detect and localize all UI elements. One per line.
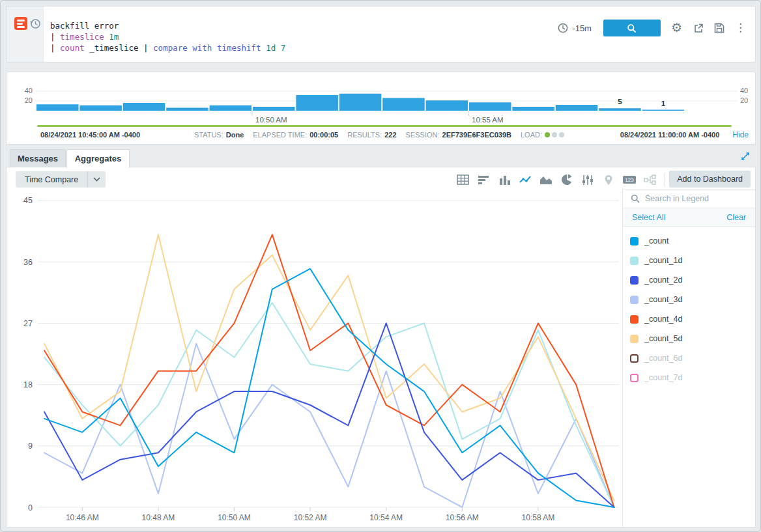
elapsed-label: ELAPSED TIME: — [253, 131, 307, 139]
time-range-button[interactable]: -15m — [558, 23, 592, 33]
legend-swatch[interactable] — [630, 354, 639, 363]
table-view-icon[interactable] — [455, 174, 470, 186]
tab-messages[interactable]: Messages — [10, 149, 66, 167]
svg-text:10:56 AM: 10:56 AM — [446, 513, 479, 522]
kebab-menu-icon[interactable]: ⋮ — [735, 23, 746, 33]
share-icon[interactable] — [693, 23, 704, 34]
sumo-logic-search-window: backfill error| timeslice 1m| count _tim… — [0, 0, 761, 532]
tab-aggregates[interactable]: Aggregates — [66, 149, 130, 168]
legend-select-row: Select All Clear — [623, 208, 755, 227]
svg-text:10:50 AM: 10:50 AM — [218, 513, 251, 522]
svg-text:1: 1 — [661, 100, 666, 107]
search-progress-bar — [37, 125, 732, 127]
chart-type-toolbar: 123 ⚙ — [455, 173, 682, 186]
start-search-button[interactable] — [603, 20, 661, 36]
search-status-bar: 08/24/2021 10:45:00 AM -0400 STATUS: Don… — [40, 129, 749, 141]
results-value: 222 — [384, 131, 396, 139]
hist-ytick-left-40: 40 — [21, 87, 33, 94]
chart-legend-panel: Select All Clear _count_count_1d_count_2… — [622, 189, 755, 527]
svg-text:10:58 AM: 10:58 AM — [522, 513, 555, 522]
legend-item-_count_7d[interactable]: _count_7d — [623, 368, 755, 387]
search-icon — [627, 23, 637, 33]
message-histogram-chart[interactable]: 5110:50 AM10:55 AM — [35, 79, 738, 124]
hist-ytick-right-20: 20 — [740, 96, 752, 104]
legend-items-list: _count_count_1d_count_2d_count_3d_count_… — [623, 227, 755, 387]
box-plot-icon[interactable] — [581, 174, 595, 186]
svg-text:10:50 AM: 10:50 AM — [255, 116, 287, 124]
results-tabs: Messages Aggregates — [6, 148, 756, 167]
legend-item-_count_3d[interactable]: _count_3d — [623, 290, 755, 309]
legend-label: _count_1d — [644, 256, 682, 265]
svg-text:9: 9 — [28, 441, 33, 451]
hide-histogram-link[interactable]: Hide — [732, 130, 749, 139]
legend-item-_count[interactable]: _count — [623, 231, 755, 251]
time-compare-button[interactable]: Time Compare — [16, 171, 106, 188]
legend-search-input[interactable] — [645, 194, 743, 203]
legend-swatch[interactable] — [630, 237, 639, 245]
range-end-time: 08/24/2021 11:00:00 AM -0400 — [620, 131, 719, 139]
line-chart-icon[interactable] — [518, 174, 532, 186]
legend-swatch[interactable] — [630, 335, 639, 343]
column-chart-icon[interactable] — [497, 174, 511, 186]
legend-select-all-link[interactable]: Select All — [632, 213, 665, 222]
legend-item-_count_6d[interactable]: _count_6d — [623, 348, 755, 368]
legend-item-_count_2d[interactable]: _count_2d — [623, 270, 755, 290]
legend-search-row — [623, 189, 755, 208]
time-range-value: -15m — [572, 23, 592, 33]
legend-swatch[interactable] — [630, 257, 639, 265]
flow-diagram-icon[interactable] — [643, 174, 657, 186]
expand-panel-icon[interactable] — [740, 151, 751, 163]
add-to-dashboard-button[interactable]: Add to Dashboard — [669, 171, 751, 188]
svg-text:10:46 AM: 10:46 AM — [66, 513, 99, 522]
legend-swatch[interactable] — [630, 296, 639, 304]
legend-item-_count_1d[interactable]: _count_1d — [623, 251, 755, 270]
query-controls: -15m ⚙ ⋮ — [558, 19, 746, 37]
legend-item-_count_5d[interactable]: _count_5d — [623, 329, 755, 348]
hist-ytick-left-20: 20 — [21, 96, 33, 104]
load-label: LOAD: — [521, 131, 542, 139]
legend-label: _count_3d — [644, 295, 682, 304]
legend-clear-link[interactable]: Clear — [726, 213, 746, 222]
pie-chart-icon[interactable] — [560, 174, 574, 186]
time-compare-label: Time Compare — [16, 175, 87, 184]
bar-chart-icon[interactable] — [476, 174, 491, 186]
legend-label: _count_5d — [644, 334, 682, 343]
area-chart-icon[interactable] — [539, 174, 553, 186]
aggregates-line-chart[interactable]: 091827364510:46 AM10:48 AM10:50 AM10:52 … — [7, 189, 624, 528]
query-line: | timeslice 1m — [50, 31, 285, 42]
legend-item-_count_4d[interactable]: _count_4d — [623, 309, 755, 329]
svg-text:10:54 AM: 10:54 AM — [369, 513, 403, 522]
status-value: Done — [226, 131, 244, 139]
legend-swatch[interactable] — [630, 276, 639, 285]
session-label: SESSION: — [406, 131, 440, 139]
legend-label: _count_2d — [644, 275, 682, 285]
legend-search-icon — [631, 194, 640, 203]
legend-label: _count_4d — [644, 315, 682, 324]
hist-ytick-right-40: 40 — [740, 87, 752, 94]
svg-text:18: 18 — [23, 380, 33, 389]
gear-icon[interactable]: ⚙ — [671, 22, 682, 34]
query-line: | count _timeslice | compare with timesh… — [50, 42, 285, 53]
legend-label: _count_6d — [644, 354, 682, 363]
chevron-down-icon[interactable] — [87, 171, 106, 188]
aggregates-panel: Time Compare — [6, 167, 756, 527]
svg-text:10:48 AM: 10:48 AM — [142, 513, 175, 522]
sumo-logic-logo-icon — [14, 17, 27, 30]
results-panel: Messages Aggregates Time Compare — [6, 148, 756, 527]
series-_count — [44, 269, 614, 507]
query-line: backfill error — [50, 20, 285, 31]
single-value-icon[interactable]: 123 — [622, 174, 637, 186]
svg-text:5: 5 — [618, 98, 622, 105]
query-editor[interactable]: backfill error| timeslice 1m| count _tim… — [50, 20, 285, 53]
toolbar-divider — [664, 173, 665, 186]
svg-text:45: 45 — [23, 196, 33, 205]
svg-text:36: 36 — [23, 258, 33, 267]
legend-swatch[interactable] — [630, 374, 639, 382]
save-icon[interactable] — [714, 23, 725, 33]
query-side-strip — [7, 7, 44, 62]
map-pin-icon[interactable] — [601, 174, 616, 186]
legend-label: _count_7d — [644, 373, 682, 382]
search-history-icon[interactable] — [30, 18, 41, 32]
message-histogram-panel: 40 20 40 20 5110:50 AM10:55 AM 08/24/202… — [6, 72, 756, 145]
legend-swatch[interactable] — [630, 315, 639, 324]
